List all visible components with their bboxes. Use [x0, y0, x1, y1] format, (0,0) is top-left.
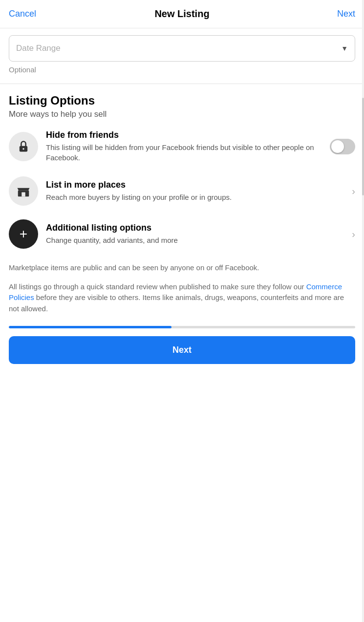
cancel-button[interactable]: Cancel [9, 7, 36, 21]
date-range-section: Date Range ▼ Optional [0, 28, 364, 74]
footer-text-section: Marketplace items are public and can be … [0, 262, 364, 314]
policy-notice: All listings go through a quick standard… [9, 281, 355, 315]
chevron-right-icon-2: › [352, 229, 355, 239]
section-divider [0, 84, 364, 84]
additional-options-text: Additional listing options Change quanti… [46, 223, 347, 245]
plus-icon: + [20, 227, 27, 241]
progress-bar-fill [9, 326, 171, 328]
hide-from-friends-row[interactable]: Hide from friends This listing will be h… [9, 130, 355, 163]
listing-options-title: Listing Options [9, 94, 355, 107]
list-in-more-places-row[interactable]: List in more places Reach more buyers by… [9, 176, 355, 206]
additional-options-title: Additional listing options [46, 223, 347, 233]
listing-options-section: Listing Options More ways to help you se… [0, 94, 364, 249]
chevron-right-icon: › [352, 186, 355, 196]
next-button[interactable]: Next [9, 336, 355, 364]
policy-text-after: before they are visible to others. Items… [9, 293, 344, 313]
additional-options-desc: Change quantity, add variants, and more [46, 235, 347, 245]
date-range-placeholder: Date Range [16, 43, 61, 53]
additional-listing-options-row[interactable]: + Additional listing options Change quan… [9, 219, 355, 249]
lock-icon-circle [9, 132, 38, 161]
header-next-button[interactable]: Next [337, 7, 355, 21]
progress-section [0, 314, 364, 336]
hide-from-friends-title: Hide from friends [46, 130, 325, 140]
store-icon [16, 184, 31, 198]
list-in-more-places-desc: Reach more buyers by listing on your pro… [46, 192, 347, 202]
list-in-more-places-chevron: › [352, 186, 355, 197]
hide-from-friends-toggle-container [330, 139, 355, 154]
svg-rect-3 [21, 193, 25, 197]
list-in-more-places-title: List in more places [46, 180, 347, 190]
page-title: New Listing [154, 8, 209, 20]
policy-text-before: All listings go through a quick standard… [9, 282, 306, 291]
scrollbar-track [362, 0, 364, 622]
optional-label: Optional [9, 62, 355, 74]
additional-options-chevron: › [352, 229, 355, 240]
progress-bar-background [9, 326, 355, 328]
plus-icon-circle: + [9, 219, 38, 249]
app-header: Cancel New Listing Next [0, 0, 364, 28]
svg-point-1 [22, 148, 24, 150]
listing-options-subtitle: More ways to help you sell [9, 109, 355, 119]
lock-icon [17, 140, 30, 153]
date-range-dropdown[interactable]: Date Range ▼ [9, 35, 355, 62]
store-icon-circle [9, 176, 38, 206]
hide-from-friends-toggle[interactable] [330, 139, 355, 154]
hide-from-friends-text: Hide from friends This listing will be h… [46, 130, 325, 163]
chevron-down-icon: ▼ [341, 44, 348, 52]
scrollbar-thumb[interactable] [362, 98, 364, 195]
list-in-more-places-text: List in more places Reach more buyers by… [46, 180, 347, 202]
public-notice: Marketplace items are public and can be … [9, 262, 355, 274]
hide-from-friends-desc: This listing will be hidden from your Fa… [46, 142, 325, 163]
